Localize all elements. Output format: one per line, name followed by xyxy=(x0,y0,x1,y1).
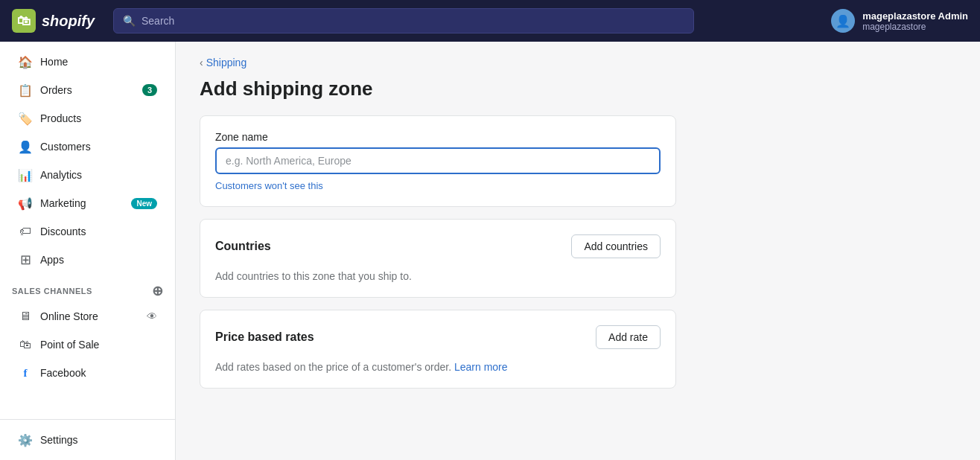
countries-card: Countries Add countries Add countries to… xyxy=(200,219,676,298)
sidebar-item-apps[interactable]: ⊞ Apps xyxy=(6,246,169,273)
marketing-icon: 📢 xyxy=(18,196,33,211)
products-icon: 🏷️ xyxy=(18,111,33,126)
analytics-icon: 📊 xyxy=(18,167,33,182)
sidebar-item-label: Products xyxy=(40,112,157,124)
add-countries-button[interactable]: Add countries xyxy=(571,234,661,258)
sidebar-item-label: Orders xyxy=(40,84,135,96)
add-rate-button[interactable]: Add rate xyxy=(596,325,661,349)
user-name: mageplazastore Admin xyxy=(862,10,968,22)
settings-icon: ⚙️ xyxy=(18,432,33,447)
sidebar-item-settings[interactable]: ⚙️ Settings xyxy=(6,427,169,453)
logo[interactable]: 🛍 shopify xyxy=(12,9,101,33)
sidebar-item-label: Discounts xyxy=(40,226,157,237)
breadcrumb: ‹ Shipping xyxy=(200,57,956,68)
sidebar-item-online-store[interactable]: 🖥 Online Store 👁 xyxy=(6,303,169,330)
breadcrumb-link[interactable]: Shipping xyxy=(206,57,247,68)
add-sales-channel-icon[interactable]: ⊕ xyxy=(152,283,164,299)
online-store-preview-icon[interactable]: 👁 xyxy=(147,310,157,322)
online-store-icon: 🖥 xyxy=(18,309,33,324)
search-icon: 🔍 xyxy=(123,15,136,27)
price-rates-card: Price based rates Add rate Add rates bas… xyxy=(200,310,676,389)
user-area: 👤 mageplazastore Admin mageplazastore xyxy=(831,9,968,33)
zone-name-card: Zone name Customers won't see this xyxy=(200,115,676,207)
user-store: mageplazastore xyxy=(862,22,968,32)
shopify-logo-icon: 🛍 xyxy=(12,9,36,33)
discounts-icon: 🏷 xyxy=(18,224,33,239)
sidebar-item-products[interactable]: 🏷️ Products xyxy=(6,105,169,132)
apps-icon: ⊞ xyxy=(18,252,33,267)
search-bar[interactable]: 🔍 xyxy=(113,8,694,33)
search-input[interactable] xyxy=(141,15,684,27)
zone-name-label: Zone name xyxy=(215,131,661,143)
page-title: Add shipping zone xyxy=(200,77,956,100)
sidebar-item-orders[interactable]: 📋 Orders 3 xyxy=(6,77,169,103)
user-info: mageplazastore Admin mageplazastore xyxy=(862,10,968,32)
orders-icon: 📋 xyxy=(18,83,33,98)
sidebar-item-discounts[interactable]: 🏷 Discounts xyxy=(6,218,169,245)
sidebar-item-analytics[interactable]: 📊 Analytics xyxy=(6,162,169,188)
avatar: 👤 xyxy=(831,9,855,33)
sidebar-item-label: Analytics xyxy=(40,169,157,181)
learn-more-link[interactable]: Learn more xyxy=(454,361,508,373)
sidebar-item-home[interactable]: 🏠 Home xyxy=(6,48,169,75)
countries-description: Add countries to this zone that you ship… xyxy=(215,270,661,282)
home-icon: 🏠 xyxy=(18,54,33,69)
marketing-new-badge: New xyxy=(131,198,157,209)
orders-badge: 3 xyxy=(142,84,157,96)
sidebar-item-label: Marketing xyxy=(40,197,124,209)
sidebar-item-label: Customers xyxy=(40,141,157,153)
main-content: ‹ Shipping Add shipping zone Zone name C… xyxy=(176,42,980,460)
sidebar-item-customers[interactable]: 👤 Customers xyxy=(6,133,169,160)
countries-card-header: Countries Add countries xyxy=(215,234,661,258)
sidebar-item-label: Apps xyxy=(40,254,157,266)
sidebar-item-facebook[interactable]: f Facebook xyxy=(6,360,169,386)
facebook-icon: f xyxy=(18,365,33,380)
sales-channels-label: SALES CHANNELS xyxy=(12,287,92,296)
sidebar-item-marketing[interactable]: 📢 Marketing New xyxy=(6,190,169,217)
customers-icon: 👤 xyxy=(18,139,33,154)
price-rates-card-header: Price based rates Add rate xyxy=(215,325,661,349)
zone-name-hint: Customers won't see this xyxy=(215,180,661,191)
sidebar-item-label: Point of Sale xyxy=(40,339,157,351)
sales-channels-header: SALES CHANNELS ⊕ xyxy=(0,274,175,302)
sidebar-item-label: Online Store xyxy=(40,310,139,322)
price-rates-title: Price based rates xyxy=(215,330,314,344)
breadcrumb-separator: ‹ xyxy=(200,57,203,68)
top-navigation: 🛍 shopify 🔍 👤 mageplazastore Admin magep… xyxy=(0,0,980,42)
sidebar-item-label: Facebook xyxy=(40,367,157,379)
point-of-sale-icon: 🛍 xyxy=(18,337,33,352)
price-rates-description: Add rates based on the price of a custom… xyxy=(215,361,661,373)
sidebar: 🏠 Home 📋 Orders 3 🏷️ Products 👤 Customer… xyxy=(0,42,176,460)
logo-text: shopify xyxy=(42,13,95,30)
zone-name-input[interactable] xyxy=(215,147,661,174)
sidebar-item-point-of-sale[interactable]: 🛍 Point of Sale xyxy=(6,331,169,358)
countries-card-title: Countries xyxy=(215,240,271,253)
sidebar-item-label: Home xyxy=(40,56,157,68)
sidebar-item-label: Settings xyxy=(40,434,157,446)
